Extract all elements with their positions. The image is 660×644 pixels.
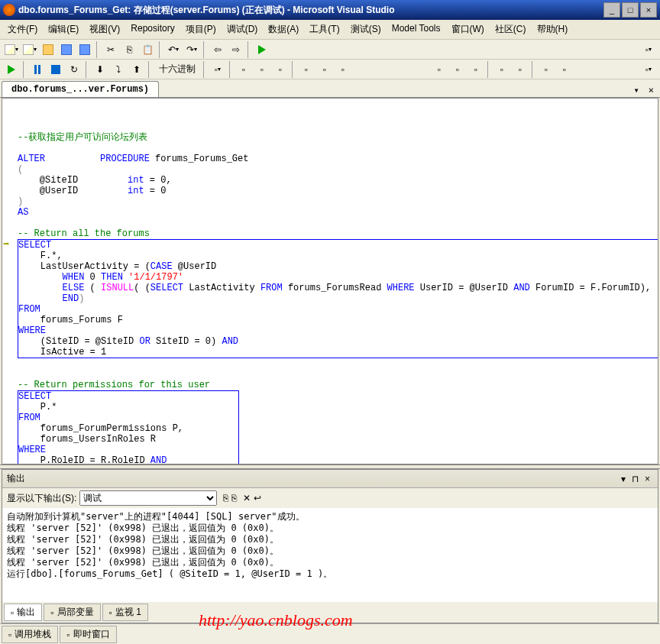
menu-model[interactable]: Model Tools bbox=[387, 21, 445, 37]
db-button2[interactable]: ▫ bbox=[449, 61, 466, 78]
output-btn1[interactable]: ⎘ bbox=[223, 493, 228, 503]
save-button[interactable] bbox=[58, 41, 75, 58]
output-source-select[interactable]: 调试 bbox=[79, 490, 217, 506]
db-button3[interactable]: ▫ bbox=[467, 61, 484, 78]
nav-forward-button[interactable]: ⇨ bbox=[228, 41, 244, 58]
menu-tools[interactable]: 工具(T) bbox=[305, 21, 344, 37]
toolbar-options[interactable]: ▫ bbox=[640, 41, 657, 58]
restart-button[interactable]: ↻ bbox=[66, 61, 82, 78]
menu-community[interactable]: 社区(C) bbox=[490, 21, 531, 37]
windows-button1[interactable]: ▫ bbox=[209, 61, 226, 78]
output-wrap[interactable]: ↩ bbox=[254, 493, 261, 503]
db-button1[interactable]: ▫ bbox=[431, 61, 448, 78]
menu-repository[interactable]: Repository bbox=[126, 21, 179, 37]
window-controls: _ □ × bbox=[603, 2, 657, 18]
window-title: dbo.forums_Forums_Get: 存储过程(server.Forum… bbox=[18, 4, 603, 17]
tab-main[interactable]: dbo.forums_...ver.Forums) bbox=[2, 81, 159, 97]
step-over-button[interactable]: ⤵ bbox=[110, 61, 127, 78]
hex-label[interactable]: 十六进制 bbox=[154, 63, 200, 76]
menu-project[interactable]: 项目(P) bbox=[181, 21, 221, 37]
cut-button[interactable]: ✂ bbox=[102, 41, 119, 58]
menu-bar: 文件(F) 编辑(E) 视图(V) Repository 项目(P) 调试(D)… bbox=[0, 20, 660, 40]
toolbar-options2[interactable]: ▫ bbox=[640, 61, 657, 78]
output-dropdown[interactable]: ▾ bbox=[618, 474, 629, 484]
tab-output[interactable]: ▫ 输出 bbox=[4, 604, 42, 621]
nav-back-button[interactable]: ⇦ bbox=[209, 41, 226, 58]
paste-button[interactable]: 📋 bbox=[139, 41, 156, 58]
run-button[interactable] bbox=[254, 41, 270, 58]
toolbar-main: ✂ ⎘ 📋 ↶ ↷ ⇦ ⇨ ▫ bbox=[0, 40, 660, 60]
code-editor[interactable]: --获取指定用户可访问论坛列表 ALTER PROCEDURE forums_F… bbox=[2, 98, 658, 464]
tab-bar: dbo.forums_...ver.Forums) ▾ × bbox=[0, 79, 660, 98]
output-panel: 输出 ▾ ⊓ × 显示以下输出(S): 调试 ⎘ ⎘ ✕ ↩ 自动附加到计算机"… bbox=[2, 469, 658, 623]
output-tabs: ▫ 输出 ▫ 局部变量 ▫ 监视 1 bbox=[2, 602, 658, 623]
db-button7[interactable]: ▫ bbox=[556, 61, 573, 78]
output-clear[interactable]: ✕ bbox=[243, 493, 251, 503]
output-close[interactable]: × bbox=[642, 474, 653, 484]
menu-test[interactable]: 测试(S) bbox=[346, 21, 386, 37]
minimize-button[interactable]: _ bbox=[603, 2, 620, 18]
toolbar-debug: ↻ ⬇ ⤵ ⬆ 十六进制 ▫ ▫ ▫ ▫ ▫ ▫ ▫ ▫ ▫ ▫ ▫ ▫ ▫ ▫… bbox=[0, 60, 660, 79]
menu-view[interactable]: 视图(V) bbox=[85, 21, 125, 37]
title-bar: dbo.forums_Forums_Get: 存储过程(server.Forum… bbox=[0, 0, 660, 20]
win-button4[interactable]: ▫ bbox=[272, 61, 289, 78]
db-button6[interactable]: ▫ bbox=[538, 61, 555, 78]
menu-window[interactable]: 窗口(W) bbox=[447, 21, 489, 37]
output-btn2[interactable]: ⎘ bbox=[231, 493, 237, 503]
menu-debug[interactable]: 调试(D) bbox=[222, 21, 263, 37]
win-button2[interactable]: ▫ bbox=[235, 61, 252, 78]
output-content[interactable]: 自动附加到计算机"server"上的进程"[4044] [SQL] server… bbox=[2, 508, 658, 602]
new-button[interactable] bbox=[3, 41, 20, 58]
menu-help[interactable]: 帮助(H) bbox=[532, 21, 573, 37]
copy-button[interactable]: ⎘ bbox=[121, 41, 138, 58]
menu-edit[interactable]: 编辑(E) bbox=[44, 21, 83, 37]
tab-locals[interactable]: ▫ 局部变量 bbox=[44, 604, 100, 621]
tab-callstack[interactable]: ▫ 调用堆栈 bbox=[2, 626, 58, 643]
output-source-label: 显示以下输出(S): bbox=[7, 492, 76, 505]
step-out-button[interactable]: ⬆ bbox=[128, 61, 145, 78]
win-button5[interactable]: ▫ bbox=[298, 61, 315, 78]
saveall-button[interactable] bbox=[76, 41, 93, 58]
db-button4[interactable]: ▫ bbox=[493, 61, 510, 78]
win-button7[interactable]: ▫ bbox=[335, 61, 351, 78]
open-button[interactable] bbox=[40, 41, 57, 58]
output-title: 输出 bbox=[7, 472, 618, 485]
tab-close[interactable]: × bbox=[644, 83, 658, 97]
pause-button[interactable] bbox=[29, 61, 46, 78]
output-toolbar: 显示以下输出(S): 调试 ⎘ ⎘ ✕ ↩ bbox=[2, 488, 658, 508]
app-icon bbox=[3, 4, 15, 16]
step-into-button[interactable]: ⬇ bbox=[92, 61, 108, 78]
current-line-marker: ➡ bbox=[3, 239, 9, 250]
output-header: 输出 ▾ ⊓ × bbox=[2, 470, 658, 488]
add-button[interactable] bbox=[21, 41, 38, 58]
maximize-button[interactable]: □ bbox=[622, 2, 639, 18]
continue-button[interactable] bbox=[3, 61, 20, 78]
redo-button[interactable]: ↷ bbox=[183, 41, 200, 58]
stop-button[interactable] bbox=[47, 61, 64, 78]
tab-watch[interactable]: ▫ 监视 1 bbox=[102, 604, 148, 621]
menu-file[interactable]: 文件(F) bbox=[3, 21, 42, 37]
output-pin[interactable]: ⊓ bbox=[629, 474, 642, 484]
win-button6[interactable]: ▫ bbox=[316, 61, 333, 78]
undo-button[interactable]: ↶ bbox=[165, 41, 182, 58]
tab-immediate[interactable]: ▫ 即时窗口 bbox=[60, 626, 116, 643]
close-button[interactable]: × bbox=[640, 2, 657, 18]
code-content[interactable]: --获取指定用户可访问论坛列表 ALTER PROCEDURE forums_F… bbox=[2, 99, 658, 464]
db-button5[interactable]: ▫ bbox=[512, 61, 529, 78]
bottom-tabs2: ▫ 调用堆栈 ▫ 即时窗口 bbox=[0, 623, 660, 644]
tab-dropdown[interactable]: ▾ bbox=[629, 83, 644, 97]
win-button3[interactable]: ▫ bbox=[254, 61, 270, 78]
menu-data[interactable]: 数据(A) bbox=[264, 21, 303, 37]
